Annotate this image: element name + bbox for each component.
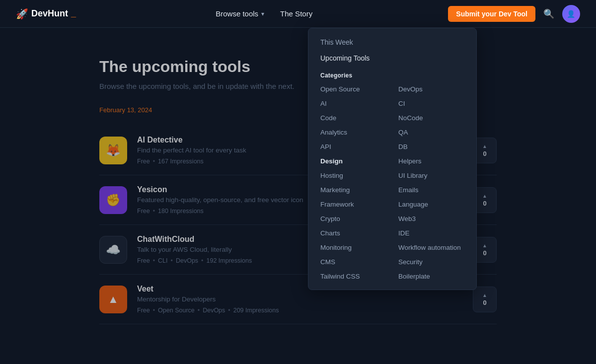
header-right: Submit your Dev Tool 🔍 👤 (448, 5, 580, 23)
dropdown-upcoming-tools[interactable]: Upcoming Tools (308, 50, 476, 66)
cat-db[interactable]: DB (392, 140, 470, 154)
cat-ai[interactable]: AI (314, 96, 392, 111)
browse-tools-label: Browse tools (216, 9, 258, 18)
cat-ui-library[interactable]: UI Library (392, 168, 470, 183)
logo-underscore: _ (71, 8, 76, 19)
browse-tools-dropdown: This Week Upcoming Tools Categories Open… (308, 28, 477, 290)
categories-grid: Open Source DevOps AI CI Code NoCode Ana… (308, 82, 476, 284)
cat-nocode[interactable]: NoCode (392, 111, 470, 125)
cat-monitoring[interactable]: Monitoring (314, 240, 392, 255)
cat-marketing[interactable]: Marketing (314, 183, 392, 197)
search-button[interactable]: 🔍 (543, 8, 554, 19)
header-nav: Browse tools ▾ The Story (212, 6, 312, 21)
cat-framework[interactable]: Framework (314, 197, 392, 212)
cat-api[interactable]: API (314, 140, 392, 154)
logo[interactable]: 🚀 DevHunt_ (16, 8, 76, 20)
cat-crypto[interactable]: Crypto (314, 212, 392, 226)
cat-helpers[interactable]: Helpers (392, 154, 470, 168)
cat-charts[interactable]: Charts (314, 226, 392, 240)
cat-code[interactable]: Code (314, 111, 392, 125)
cat-devops[interactable]: DevOps (392, 82, 470, 96)
dropdown-overlay (0, 28, 596, 364)
cat-ide[interactable]: IDE (392, 226, 470, 240)
cat-qa[interactable]: QA (392, 125, 470, 140)
submit-label: Submit your Dev Tool (456, 10, 527, 18)
cat-hosting[interactable]: Hosting (314, 168, 392, 183)
cat-analytics[interactable]: Analytics (314, 125, 392, 140)
search-icon: 🔍 (543, 9, 554, 19)
cat-web3[interactable]: Web3 (392, 212, 470, 226)
logo-text: DevHunt (31, 8, 68, 19)
chevron-down-icon: ▾ (261, 10, 264, 17)
cat-emails[interactable]: Emails (392, 183, 470, 197)
browse-tools-button[interactable]: Browse tools ▾ (212, 6, 268, 21)
the-story-label: The Story (280, 9, 312, 18)
dropdown-this-week[interactable]: This Week (308, 34, 476, 50)
header: 🚀 DevHunt_ Browse tools ▾ The Story Subm… (0, 0, 596, 28)
cat-design[interactable]: Design (314, 154, 392, 168)
avatar-image: 👤 (567, 10, 575, 18)
categories-label: Categories (308, 66, 476, 82)
cat-boilerplate[interactable]: Boilerplate (392, 269, 470, 284)
cat-security[interactable]: Security (392, 255, 470, 269)
avatar[interactable]: 👤 (562, 5, 580, 23)
cat-open-source[interactable]: Open Source (314, 82, 392, 96)
the-story-button[interactable]: The Story (280, 9, 312, 18)
cat-language[interactable]: Language (392, 197, 470, 212)
cat-ci[interactable]: CI (392, 96, 470, 111)
logo-rocket-icon: 🚀 (16, 8, 28, 20)
cat-cms[interactable]: CMS (314, 255, 392, 269)
cat-tailwind-css[interactable]: Tailwind CSS (314, 269, 392, 284)
cat-workflow-automation[interactable]: Workflow automation (392, 240, 470, 255)
submit-button[interactable]: Submit your Dev Tool (448, 6, 535, 22)
